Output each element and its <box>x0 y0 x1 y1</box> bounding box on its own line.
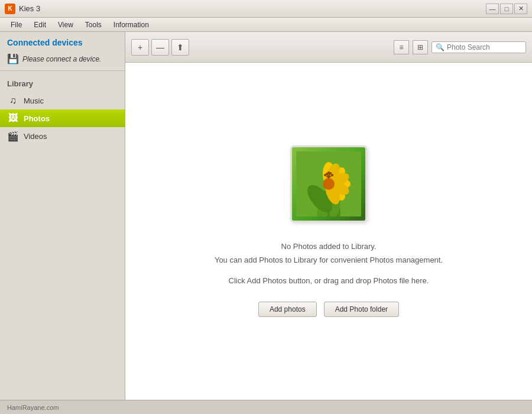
action-buttons: Add photos Add Photo folder <box>258 302 399 317</box>
music-icon: ♫ <box>7 95 19 106</box>
status-bar: HamiRayane.com <box>0 400 532 414</box>
content-area: + — ⬆ ≡ ⊞ 🔍 <box>125 32 532 400</box>
sidebar-item-videos[interactable]: 🎬 Videos <box>0 127 125 145</box>
status-text: HamiRayane.com <box>7 404 59 411</box>
photo-placeholder <box>290 145 367 222</box>
menu-tools[interactable]: Tools <box>79 20 108 30</box>
photo-content: No Photos added to Library. You can add … <box>125 63 532 400</box>
menu-file[interactable]: File <box>5 20 28 30</box>
device-icon: 💾 <box>7 53 19 64</box>
add-photo-folder-button[interactable]: Add Photo folder <box>324 302 399 317</box>
svg-point-13 <box>323 178 335 190</box>
library-title: Library <box>0 77 125 92</box>
menu-bar: File Edit View Tools Information <box>0 18 532 32</box>
minimize-button[interactable]: — <box>486 4 499 14</box>
connected-devices-header: Connected devices <box>0 32 125 51</box>
menu-information[interactable]: Information <box>108 20 155 30</box>
app-title: Kies 3 <box>19 4 40 13</box>
main-layout: Connected devices 💾 Please connect a dev… <box>0 32 532 400</box>
no-photos-message: No Photos added to Library. You can add … <box>215 240 443 266</box>
list-view-button[interactable]: ≡ <box>394 40 409 54</box>
videos-icon: 🎬 <box>7 131 19 142</box>
toolbar-left: + — ⬆ <box>131 39 189 56</box>
svg-point-21 <box>324 174 326 176</box>
add-hint: Click Add Photos button, or drag and dro… <box>229 276 429 285</box>
add-photos-button[interactable]: Add photos <box>258 302 317 317</box>
toolbar-right: ≡ ⊞ 🔍 <box>394 40 526 54</box>
app-icon: K <box>5 4 15 14</box>
search-box: 🔍 <box>432 41 526 53</box>
sidebar-item-photos[interactable]: 🖼 Photos <box>0 109 125 127</box>
sidebar: Connected devices 💾 Please connect a dev… <box>0 32 125 400</box>
sidebar-item-videos-label: Videos <box>24 132 47 141</box>
svg-point-23 <box>331 174 333 176</box>
maximize-button[interactable]: □ <box>500 4 513 14</box>
sidebar-item-music-label: Music <box>24 96 44 105</box>
grid-view-button[interactable]: ⊞ <box>413 40 428 54</box>
no-photos-line2: You can add Photos to Library for conven… <box>215 254 443 267</box>
library-section: Library ♫ Music 🖼 Photos 🎬 Videos <box>0 71 125 151</box>
menu-edit[interactable]: Edit <box>28 20 52 30</box>
title-left: K Kies 3 <box>5 4 40 14</box>
device-info: 💾 Please connect a device. <box>0 51 125 71</box>
title-controls: — □ ✕ <box>486 4 527 14</box>
photos-icon: 🖼 <box>7 113 19 124</box>
device-text: Please connect a device. <box>22 55 101 63</box>
title-bar: K Kies 3 — □ ✕ <box>0 0 532 18</box>
svg-point-19 <box>327 172 330 174</box>
menu-view[interactable]: View <box>52 20 79 30</box>
close-button[interactable]: ✕ <box>514 4 527 14</box>
sidebar-item-photos-label: Photos <box>24 114 50 123</box>
search-input[interactable] <box>447 43 518 51</box>
search-icon: 🔍 <box>436 43 445 51</box>
remove-button[interactable]: — <box>151 39 169 56</box>
import-button[interactable]: ⬆ <box>171 39 189 56</box>
no-photos-line1: No Photos added to Library. <box>215 240 443 253</box>
add-button[interactable]: + <box>131 39 149 56</box>
sidebar-item-music[interactable]: ♫ Music <box>0 92 125 109</box>
toolbar: + — ⬆ ≡ ⊞ 🔍 <box>125 32 532 63</box>
